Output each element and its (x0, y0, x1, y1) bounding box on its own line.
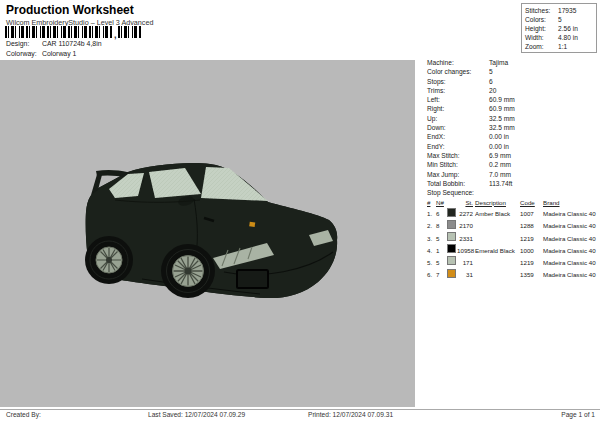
stop-seq-number: 3. (427, 233, 436, 244)
barcode-bars-right (118, 26, 142, 38)
summary-row: Colors:5 (525, 15, 593, 24)
machine-setting-row: Down:32.5 mm (427, 123, 598, 132)
stop-seq-brand: Madeira Classic 40 (543, 269, 598, 280)
summary-row: Zoom:1:1 (525, 42, 593, 51)
stop-sequence-title: Stop Sequence: (427, 188, 598, 198)
machine-setting-value: 60.9 mm (489, 95, 515, 104)
stop-seq-number: 2. (427, 220, 436, 231)
machine-setting-row: Up:32.5 mm (427, 114, 598, 123)
stop-seq-col-header: Code (520, 198, 543, 208)
stop-seq-code: 1000 (520, 245, 543, 256)
stop-seq-description: Amber Black (475, 208, 520, 219)
machine-setting-value: 0.00 in (489, 142, 509, 151)
page-number: Page 1 of 1 (561, 411, 595, 418)
machine-setting-value: 32.5 mm (489, 114, 515, 123)
page-title: Production Worksheet (6, 3, 134, 17)
machine-setting-row: EndX:0.00 in (427, 132, 598, 141)
machine-setting-label: Machine: (427, 58, 489, 67)
summary-label: Height: (525, 24, 558, 33)
car-embroidery-design (82, 158, 342, 308)
machine-setting-value: 5 (489, 67, 493, 76)
stop-sequence-table: 1.62272Amber Black1007Madeira Classic 40… (427, 208, 598, 281)
machine-setting-row: Left:60.9 mm (427, 95, 598, 104)
machine-setting-label: Up: (427, 114, 489, 123)
machine-settings-list: Machine:TajimaColor changes:5Stops:6Trim… (427, 58, 598, 188)
printed-text: Printed: 12/07/2024 07.09.31 (308, 411, 393, 418)
stop-seq-brand: Madeira Classic 40 (543, 220, 598, 231)
summary-value: 4.80 in (558, 33, 578, 42)
machine-setting-row: Trims:20 (427, 86, 598, 95)
machine-setting-row: Right:60.9 mm (427, 104, 598, 113)
stop-seq-needle: 7 (436, 269, 447, 280)
machine-setting-label: EndY: (427, 142, 489, 151)
stop-seq-code: 1219 (520, 233, 543, 244)
thread-color-swatch (447, 244, 456, 253)
summary-value: 5 (558, 15, 562, 24)
stop-seq-number: 4. (427, 245, 436, 256)
machine-setting-value: 60.9 mm (489, 104, 515, 113)
machine-setting-value: 20 (489, 86, 496, 95)
machine-setting-row: Stops:6 (427, 77, 598, 86)
barcode-separator: , (114, 32, 117, 38)
license-plate (237, 270, 268, 288)
stop-seq-brand: Madeira Classic 40 (543, 257, 598, 268)
stop-seq-brand: Madeira Classic 40 (543, 245, 598, 256)
design-label: Design: (6, 40, 40, 47)
thread-color-swatch (447, 232, 456, 241)
stop-sequence-row: 5.51711219Madeira Classic 40 (427, 256, 598, 268)
stop-sequence-row: 4.110958Emerald Black1000Madeira Classic… (427, 244, 598, 256)
summary-row: Height:2.56 in (525, 24, 593, 33)
colorway-label: Colorway: (6, 50, 40, 57)
design-canvas (0, 60, 415, 407)
stop-sequence-header: #N#St.DescriptionCodeBrand (427, 198, 598, 208)
stop-seq-number: 5. (427, 257, 436, 268)
stop-seq-description: Emerald Black (475, 245, 520, 256)
stop-seq-stitches: 10958 (457, 245, 475, 256)
machine-setting-value: Tajima (489, 58, 508, 67)
summary-row: Stitches:17935 (525, 6, 593, 15)
machine-setting-value: 7.0 mm (489, 170, 511, 179)
machine-setting-row: Color changes:5 (427, 67, 598, 76)
machine-setting-row: Max Stitch:6.9 mm (427, 151, 598, 160)
stop-seq-stitches: 171 (457, 257, 475, 268)
stop-seq-col-header: # (427, 198, 436, 208)
stop-sequence-row: 1.62272Amber Black1007Madeira Classic 40 (427, 208, 598, 220)
machine-settings-panel: Machine:TajimaColor changes:5Stops:6Trim… (427, 58, 598, 281)
machine-setting-row: Min Stitch:0.2 mm (427, 160, 598, 169)
summary-row: Width:4.80 in (525, 33, 593, 42)
design-barcode: , (5, 26, 142, 38)
stop-seq-stitches: 2170 (457, 220, 475, 231)
stop-sequence-row: 2.821701288Madeira Classic 40 (427, 220, 598, 232)
barcode-bars-left (5, 26, 113, 38)
stop-seq-number: 1. (427, 208, 436, 219)
machine-setting-row: Max Jump:7.0 mm (427, 170, 598, 179)
colorway-value: Colorway 1 (42, 50, 76, 57)
thread-color-swatch (447, 208, 456, 217)
stop-seq-col-header: Brand (543, 198, 598, 208)
summary-value: 17935 (558, 6, 576, 15)
stop-seq-code: 1007 (520, 208, 543, 219)
side-marker-light (249, 222, 255, 227)
machine-setting-value: 6 (489, 77, 493, 86)
summary-label: Width: (525, 33, 558, 42)
stop-seq-needle: 5 (436, 233, 447, 244)
machine-setting-row: EndY:0.00 in (427, 142, 598, 151)
stop-seq-needle: 5 (436, 257, 447, 268)
stop-sequence-row: 3.523311219Madeira Classic 40 (427, 232, 598, 244)
rear-wheel (85, 236, 133, 284)
created-by-label: Created By: (6, 411, 41, 418)
summary-value: 2.56 in (558, 24, 578, 33)
machine-setting-label: EndX: (427, 132, 489, 141)
machine-setting-label: Color changes: (427, 67, 489, 76)
machine-setting-label: Trims: (427, 86, 489, 95)
machine-setting-row: Machine:Tajima (427, 58, 598, 67)
machine-setting-value: 32.5 mm (489, 123, 515, 132)
machine-setting-value: 6.9 mm (489, 151, 511, 160)
machine-setting-value: 0.00 in (489, 132, 509, 141)
machine-setting-label: Max Stitch: (427, 151, 489, 160)
machine-setting-label: Min Stitch: (427, 160, 489, 169)
design-row: Design: CAR 110724b 4,8in (6, 40, 102, 47)
stop-seq-brand: Madeira Classic 40 (543, 208, 598, 219)
stop-seq-col-header: St. (457, 198, 475, 208)
footer-divider (0, 409, 600, 410)
